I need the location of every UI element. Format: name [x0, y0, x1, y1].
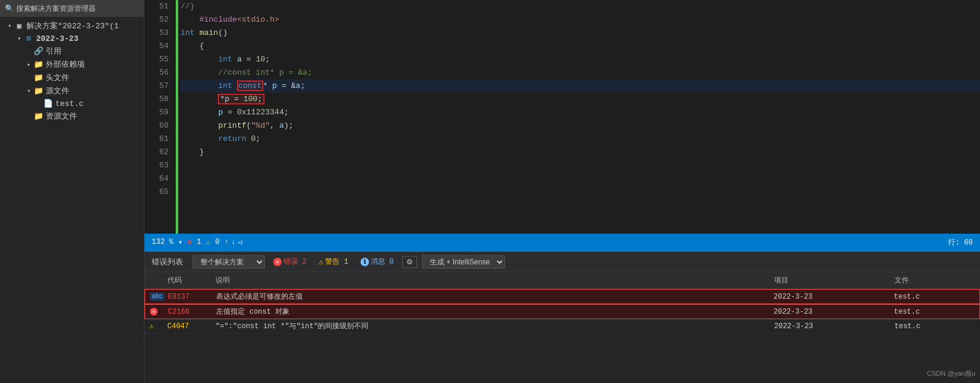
col-project-header[interactable]: 项目: [769, 274, 890, 287]
sidebar-tree-item-5[interactable]: ▾📁源文件: [0, 84, 144, 98]
error-row-project-2: 2022-3-23: [769, 319, 890, 333]
code-line-57[interactable]: {: [181, 40, 980, 53]
sidebar-tree-item-4[interactable]: 📁头文件: [0, 71, 144, 84]
search-icon: 🔍: [5, 4, 14, 13]
error-row-project-0: 2022-3-23: [769, 290, 889, 304]
tree-item-label: 引用: [46, 46, 61, 57]
error-row-icon-1: ✕: [145, 305, 163, 319]
tree-item-label: 外部依赖项: [46, 59, 85, 70]
bottom-panel: 错误列表 整个解决方案 ✕ 错误 2 ⚠ 警告 1 ℹ 消息 0 ⚙ 生成 + …: [144, 251, 980, 383]
code-line-64[interactable]: return 0;: [181, 132, 980, 146]
error-row-project-1: 2022-3-23: [769, 305, 889, 319]
line-number-51: 51: [149, 0, 169, 13]
code-line-51[interactable]: //}: [181, 0, 980, 13]
filter-icon: ⚙: [406, 258, 413, 266]
triangle-warn-icon: ⚠: [149, 322, 154, 331]
error-row-desc-2: "=":"const int *"与"int"的间接级别不同: [211, 319, 769, 333]
error-row-file-0: test.c: [889, 290, 979, 304]
tree-arrow-icon: [24, 46, 34, 56]
col-file-header[interactable]: 文件: [890, 274, 980, 287]
error-row-file-2: test.c: [890, 319, 980, 333]
panel-title: 错误列表: [152, 257, 183, 267]
sidebar-tree-item-1[interactable]: ▾⊞2022-3-23: [0, 33, 144, 45]
info-badge-button[interactable]: ℹ 消息 0: [357, 255, 397, 268]
tree-arrow-icon: ▸: [24, 60, 34, 69]
col-code-header[interactable]: 代码: [163, 274, 211, 287]
tree-item-icon: 📄: [43, 99, 53, 108]
tree-arrow-icon: [24, 111, 34, 121]
tree-item-icon: 🔗: [34, 46, 43, 56]
line-number-60: 60: [149, 119, 169, 132]
editor-container: 515253545556575859606162636465 //} #incl…: [144, 0, 980, 251]
code-line-59[interactable]: //const int* p = &a;: [181, 66, 980, 79]
error-row-2[interactable]: ⚠C4047"=":"const int *"与"int"的间接级别不同2022…: [144, 319, 980, 334]
code-line-65[interactable]: }: [181, 146, 980, 159]
error-row-1[interactable]: ✕C2166左值指定 const 对象2022-3-23test.c: [144, 304, 980, 319]
error-status-count: 1: [197, 238, 201, 246]
code-line-58[interactable]: int a = 10;: [181, 53, 980, 66]
tree-item-icon: 📁: [34, 86, 43, 96]
tree-item-label: 头文件: [46, 72, 69, 83]
error-row-0[interactable]: abcE0137表达式必须是可修改的左值2022-3-23test.c: [144, 289, 980, 304]
error-badge-label: 错误 2: [284, 257, 306, 267]
warning-status-count: 0: [216, 238, 220, 246]
up-arrow-icon[interactable]: ↑: [225, 238, 229, 247]
info-badge-label: 消息 0: [371, 257, 394, 267]
down-arrow-icon[interactable]: ↓: [231, 238, 235, 247]
col-desc-header[interactable]: 说明: [211, 274, 769, 287]
tree-item-icon: 📁: [34, 111, 43, 121]
sidebar-tree-item-3[interactable]: ▸📁外部依赖项: [0, 58, 144, 71]
sidebar-tree-item-6[interactable]: 📄test.c: [0, 98, 144, 110]
error-row-desc-1: 左值指定 const 对象: [211, 305, 769, 319]
tree-arrow-icon: [34, 99, 43, 108]
main-area: 515253545556575859606162636465 //} #incl…: [144, 0, 980, 383]
tree-item-label: 资源文件: [46, 111, 77, 122]
left-arrow-icon[interactable]: ◁: [238, 238, 242, 247]
error-row-icon-2: ⚠: [144, 319, 163, 333]
line-number-65: 65: [149, 185, 169, 199]
line-number-53: 53: [149, 26, 169, 40]
error-table: 代码 说明 项目 文件 abcE0137表达式必须是可修改的左值2022-3-2…: [144, 272, 980, 383]
code-line-63[interactable]: printf("%d", a);: [181, 119, 980, 132]
line-number-62: 62: [149, 146, 169, 159]
code-line-60[interactable]: int const* p = &a;: [181, 79, 980, 93]
sidebar-tree-item-0[interactable]: ▾▣解决方案"2022-3-23"(1: [0, 19, 144, 33]
line-number-52: 52: [149, 13, 169, 26]
tree-arrow-icon: ▾: [14, 34, 24, 43]
error-row-code-2: C4047: [163, 319, 211, 333]
warning-badge-button[interactable]: ⚠ 警告 1: [315, 255, 352, 268]
sidebar-tree: ▾▣解决方案"2022-3-23"(1▾⊞2022-3-23 🔗引用▸📁外部依赖…: [0, 17, 144, 383]
line-number-55: 55: [149, 53, 169, 66]
code-line-55[interactable]: #include<stdio.h>: [181, 13, 980, 26]
tree-item-icon: ⊞: [24, 34, 34, 43]
code-line-61[interactable]: *p = 100;: [181, 93, 980, 106]
code-area[interactable]: //} #include<stdio.h>int main() { int a …: [178, 0, 980, 234]
watermark: CSDN @yan颜u: [927, 369, 975, 378]
zoom-dropdown-icon[interactable]: ▾: [178, 238, 182, 247]
error-table-header: 代码 说明 项目 文件: [144, 272, 980, 289]
tree-item-label: 解决方案"2022-3-23"(1: [26, 20, 119, 31]
error-rows-container: abcE0137表达式必须是可修改的左值2022-3-23test.c✕C216…: [144, 289, 980, 334]
code-line-56[interactable]: int main(): [181, 26, 980, 40]
line-number-57: 57: [149, 79, 169, 93]
sidebar-tree-item-7[interactable]: 📁资源文件: [0, 110, 144, 123]
line-col-info: 行: 60: [948, 237, 973, 248]
panel-header: 错误列表 整个解决方案 ✕ 错误 2 ⚠ 警告 1 ℹ 消息 0 ⚙ 生成 + …: [144, 252, 980, 272]
line-number-63: 63: [149, 159, 169, 172]
error-row-desc-0: 表达式必须是可修改的左值: [211, 290, 769, 304]
sidebar-header-label: 搜索解决方案资源管理器: [16, 4, 96, 14]
filter-button[interactable]: ⚙: [402, 256, 417, 268]
line-number-64: 64: [149, 172, 169, 185]
error-badge-button[interactable]: ✕ 错误 2: [270, 255, 310, 268]
intellisense-filter-select[interactable]: 生成 + IntelliSense: [422, 255, 505, 269]
sidebar-tree-item-2[interactable]: 🔗引用: [0, 45, 144, 58]
navigation-arrows[interactable]: ↑ ↓ ◁: [225, 238, 243, 247]
abc-badge-icon: abc: [150, 293, 164, 300]
line-numbers: 515253545556575859606162636465: [144, 0, 176, 234]
tree-item-label: test.c: [55, 99, 84, 108]
error-row-code-0: E0137: [163, 290, 211, 304]
scope-filter-select[interactable]: 整个解决方案: [193, 255, 265, 269]
tree-item-icon: ▣: [14, 21, 24, 31]
code-line-62[interactable]: p = 0x11223344;: [181, 106, 980, 119]
zoom-level: 132 %: [152, 238, 173, 246]
